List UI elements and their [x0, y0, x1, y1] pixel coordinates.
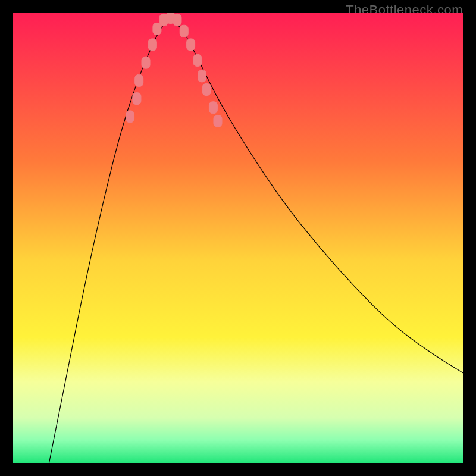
data-marker [187, 39, 195, 51]
data-marker [173, 14, 181, 26]
data-marker [180, 25, 188, 37]
data-marker [198, 70, 206, 82]
data-marker [133, 93, 141, 105]
data-marker [209, 102, 217, 114]
data-marker [214, 115, 222, 127]
data-marker [202, 84, 211, 96]
data-marker [148, 39, 156, 51]
data-marker [153, 23, 161, 35]
data-marker [142, 57, 150, 68]
data-marker [193, 54, 202, 66]
data-marker [126, 111, 134, 123]
chart-frame: TheBottleneck.com [0, 0, 476, 476]
data-marker [135, 74, 143, 86]
background-gradient [13, 13, 463, 463]
plot-area [13, 13, 463, 463]
chart-svg [13, 13, 463, 463]
